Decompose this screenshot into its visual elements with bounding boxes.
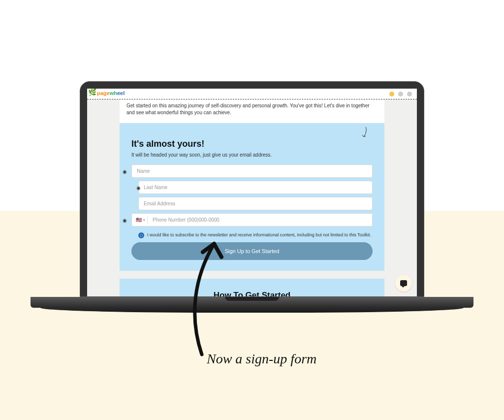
consent-row: I would like to subscribe to the newslet… (131, 229, 373, 242)
consent-checkbox[interactable] (138, 232, 144, 238)
avatar-icon[interactable] (389, 92, 394, 97)
email-field-row (138, 197, 373, 210)
flag-icon: 🇺🇸 (136, 217, 142, 223)
chat-icon (400, 280, 407, 286)
laptop-base (75, 297, 429, 313)
laptop-frame: 🌿 pagewheel Get started on this amazing … (80, 81, 424, 297)
name-input[interactable] (131, 164, 373, 178)
signup-button[interactable]: Sign Up to Get Started (131, 242, 373, 260)
logo-text: pagewheel (97, 90, 125, 96)
visibility-icon[interactable]: ◉ (123, 168, 127, 174)
logo-leaf-icon: 🌿 (88, 89, 96, 96)
form-heading: It's almost yours! (131, 139, 373, 149)
country-selector[interactable]: 🇺🇸 ▾ (132, 217, 147, 223)
phone-field-row: ◉ 🇺🇸 ▾ (131, 213, 373, 226)
decorative-arrow-icon (355, 126, 370, 139)
signup-card: It's almost yours! It will be headed you… (120, 123, 384, 271)
name-field-row: ◉ (131, 164, 373, 178)
lastname-input[interactable] (138, 181, 373, 194)
annotation-caption: Now a sign-up form (207, 351, 316, 367)
page-body: Get started on this amazing journey of s… (87, 99, 417, 296)
laptop-mockup: 🌿 pagewheel Get started on this amazing … (75, 81, 429, 313)
topbar-icons (389, 92, 412, 97)
consent-label: I would like to subscribe to the newslet… (147, 232, 371, 237)
settings-icon[interactable] (407, 92, 412, 97)
visibility-icon[interactable]: ◉ (123, 217, 127, 223)
menu-icon[interactable] (398, 92, 403, 97)
lastname-field-row: ◉ (138, 181, 373, 194)
intro-paragraph: Get started on this amazing journey of s… (120, 99, 384, 123)
visibility-icon[interactable]: ◉ (136, 185, 141, 190)
top-bar: 🌿 pagewheel (87, 89, 417, 99)
chat-widget[interactable] (395, 275, 412, 291)
email-input[interactable] (138, 197, 373, 210)
screen: 🌿 pagewheel Get started on this amazing … (87, 89, 417, 296)
howto-section: How To Get Started (120, 279, 384, 296)
howto-heading: How To Get Started (120, 291, 384, 296)
form-subheading: It will be headed your way soon, just gi… (131, 152, 373, 158)
chevron-down-icon: ▾ (143, 218, 145, 222)
phone-input[interactable] (148, 214, 372, 226)
